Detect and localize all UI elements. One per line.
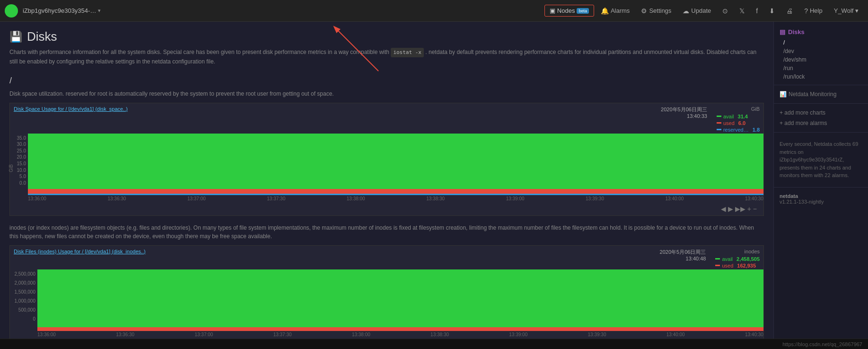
legend-used-value-2: 162,935 [737,263,756,268]
page-desc-text1: Charts with performance information for … [9,49,389,55]
sidebar-section-label: Disks [788,28,805,36]
print-icon: 🖨 [786,7,793,15]
add-alarms-label: + add more alarms [780,120,827,126]
sidebar-item-run[interactable]: /run [774,64,868,72]
legend-used-1: used 6.0 [717,120,760,126]
disk-inodes-chart-title[interactable]: Disk Files (inodes) Usage for / [/dev/vd… [14,249,146,254]
chart-next-btn-1[interactable]: ▶▶ [735,205,745,213]
sidebar-netdata-label: netdata v1.21.1-133-nightly [774,191,868,206]
legend-reserved-label-1: reserved… [723,127,749,133]
right-sidebar: ▤ Disks / /dev /dev/shm /run /run/lock 📊… [773,22,868,339]
legend-avail-dot-1 [717,116,721,117]
sidebar-item-dev[interactable]: /dev [774,47,868,55]
sidebar-divider-2 [774,103,868,104]
download-nav-item[interactable]: ⬇ [764,5,780,17]
sidebar-divider-3 [774,132,868,133]
legend-avail-value-2: 2,458,505 [736,256,760,262]
sidebar-item-devshm[interactable]: /dev/shm [774,55,868,64]
logo-icon[interactable] [5,4,18,18]
user-menu[interactable]: Y_Wolf ▾ [829,5,863,16]
chart-prev-btn-1[interactable]: ◀ [721,205,726,213]
github-nav-item[interactable]: ⊙ [718,5,733,17]
sidebar-add-charts[interactable]: + add more charts [774,107,868,118]
chart-xaxis-1: 13:36:00 13:36:30 13:37:00 13:37:30 13:3… [10,195,763,203]
legend-used-label-2: used [722,263,733,268]
update-nav-item[interactable]: ☁ Update [678,5,716,17]
svg-rect-9 [28,134,763,189]
alarms-icon: 🔔 [601,7,609,15]
add-charts-label: + add more charts [780,109,825,116]
instance-name: iZbp1gv6hyc9e303y354-… [23,7,96,14]
chart-play-btn-1[interactable]: ▶ [728,205,733,213]
sidebar-netdata-monitoring[interactable]: 📊 Netdata Monitoring [774,89,868,99]
sidebar-add-alarms[interactable]: + add more alarms [774,118,868,128]
sidebar-item-root[interactable]: / [774,38,868,47]
disk-inodes-chart: Disk Files (inodes) Usage for / [/dev/vd… [9,245,764,339]
chart-area-1 [28,134,763,195]
disk-inodes-unit: inodes avail 2,458,505 used [715,249,760,268]
chart-plus-btn-1[interactable]: + [747,205,751,213]
legend-used-dot-2 [715,265,720,266]
legend-avail-dot-2 [715,258,720,260]
chart-icon: 📊 [780,91,787,98]
user-label: Y_Wolf ▾ [834,7,859,14]
download-icon: ⬇ [769,7,775,15]
disk-inodes-desc: inodes (or index nodes) are filesystem o… [9,224,764,241]
instance-dropdown-arrow[interactable]: ▾ [98,8,101,14]
sidebar-item-runlock[interactable]: /run/lock [774,72,868,81]
alarms-nav-item[interactable]: 🔔 Alarms [596,5,634,17]
sidebar-disks-title: ▤ Disks [774,27,868,38]
legend-avail-2: avail 2,458,505 [715,256,760,262]
top-navigation: iZbp1gv6hyc9e303y354-… ▾ ▣ Nodes beta 🔔 … [0,0,868,22]
content-area[interactable]: 💾 Disks Charts with performance informat… [0,22,773,339]
sidebar-info-text: Every second, Netdata collects 69 metric… [774,136,868,183]
legend-used-2: used 162,935 [715,263,760,268]
disk-inodes-timestamp: 2020年5月06日周三 13:40:48 [660,249,706,261]
legend-used-dot-1 [717,122,721,124]
print-nav-item[interactable]: 🖨 [781,5,798,17]
settings-label: Settings [649,7,671,14]
chart-minus-btn-1[interactable]: − [753,205,757,213]
legend-used-value-1: 6.0 [738,120,745,126]
chart-body-2: 2,500,000 2,000,000 1,500,000 1,000,000 … [10,269,763,331]
svg-rect-10 [28,189,763,194]
beta-badge: beta [577,8,589,14]
legend-reserved-dot-1 [717,129,721,130]
nodes-nav-item[interactable]: ▣ Nodes beta [544,5,594,17]
svg-rect-11 [28,194,763,195]
legend-avail-label-2: avail [722,256,733,262]
disk-root-space-desc: Disk space utilization. reserved for roo… [9,89,764,98]
facebook-icon: f [756,7,758,15]
disk-inodes-legend-right: avail 2,458,505 used 162,935 [715,256,760,268]
chart-controls-1: ◀ ▶ ▶▶ + − [718,204,760,214]
legend-reserved-1: reserved… 1.8 [717,127,760,133]
help-label: Help [810,7,823,14]
chart-yaxis-2: 2,500,000 2,000,000 1,500,000 1,000,000 … [10,269,37,331]
nodes-monitor-icon: ▣ [550,7,555,14]
twitter-nav-item[interactable]: 𝕏 [735,5,749,17]
netdata-version: v1.21.1-133-nightly [780,199,862,205]
nav-items: ▣ Nodes beta 🔔 Alarms ⚙ Settings ☁ Updat… [544,5,863,17]
sidebar-divider-1 [774,85,868,85]
footer-url: https://blog.csdn.net/qq_26867967 [782,341,862,347]
legend-reserved-value-1: 1.8 [753,127,760,133]
chart-body-1: 35.0 30.0 25.0 20.0 15.0 10.0 5.0 0.0 Gi… [10,134,763,195]
disk-space-chart-title[interactable]: Disk Space Usage for / [/dev/vda1] (disk… [14,106,128,112]
settings-icon: ⚙ [641,7,647,15]
legend-avail-value-1: 31.4 [738,114,748,119]
settings-nav-item[interactable]: ⚙ Settings [636,5,676,17]
disk-space-timestamp: 2020年5月06日周三 13:40:33 [661,106,707,119]
chart-top-row-1: Disk Space Usage for / [/dev/vda1] (disk… [10,103,763,134]
page-description: Charts with performance information for … [9,48,764,66]
svg-rect-18 [37,269,763,327]
twitter-icon: 𝕏 [739,7,745,15]
help-nav-item[interactable]: ? Help [799,5,827,17]
disk-space-unit: GiB avail 31.4 used 6.0 [717,106,760,133]
yaxis-unit-label-1: GiB [9,164,14,172]
chart-svg-1 [28,134,763,195]
chart-top-row-2: Disk Files (inodes) Usage for / [/dev/vd… [10,246,763,269]
facebook-nav-item[interactable]: f [751,5,763,17]
nodes-label: Nodes [557,7,575,14]
footer: https://blog.csdn.net/qq_26867967 [0,339,868,349]
chart-svg-2 [37,269,763,331]
